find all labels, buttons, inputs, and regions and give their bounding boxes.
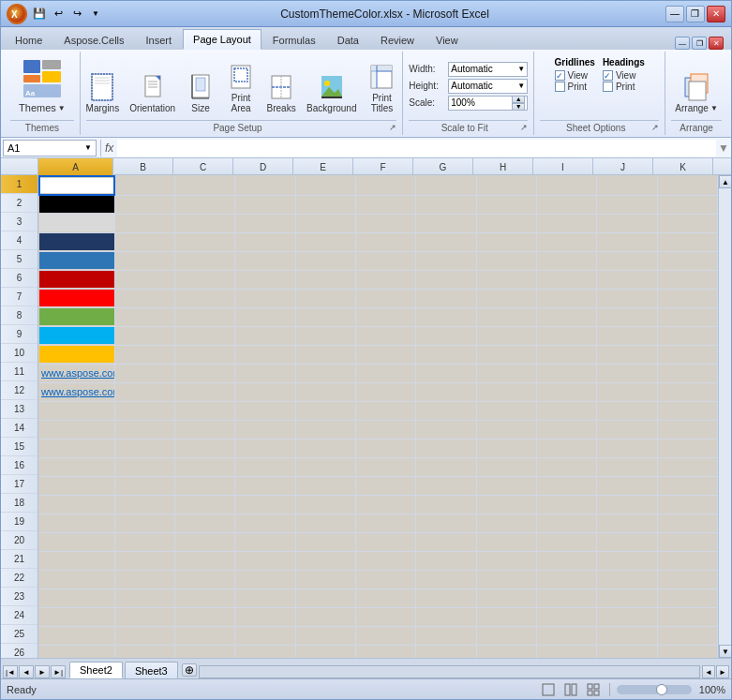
undo-quick-btn[interactable]: ↩ xyxy=(50,6,67,22)
cell-a2[interactable] xyxy=(39,195,114,214)
close-button[interactable]: ✕ xyxy=(707,6,725,22)
col-header-h[interactable]: H xyxy=(473,158,533,175)
cell-a7[interactable] xyxy=(39,289,114,307)
row-num-18[interactable]: 18 xyxy=(1,494,37,513)
zoom-handle[interactable] xyxy=(656,684,667,695)
cell-a5[interactable] xyxy=(39,251,114,270)
row-num-16[interactable]: 16 xyxy=(1,456,37,475)
maximize-button[interactable]: ❐ xyxy=(686,6,705,22)
cell-a10[interactable] xyxy=(39,345,114,364)
scroll-left-btn[interactable]: ◄ xyxy=(702,665,715,678)
tab-home[interactable]: Home xyxy=(5,29,52,50)
print-area-button[interactable]: PrintArea xyxy=(221,59,261,116)
page-break-view-btn[interactable] xyxy=(584,682,603,697)
row-num-7[interactable]: 7 xyxy=(1,288,37,306)
row-num-5[interactable]: 5 xyxy=(1,250,37,269)
scale-up-btn[interactable]: ▲ xyxy=(512,96,525,103)
gridlines-view-checkbox[interactable] xyxy=(555,70,565,81)
cell-i1[interactable] xyxy=(536,176,596,195)
sheet-nav-last[interactable]: ►| xyxy=(51,665,66,678)
col-header-a[interactable]: A xyxy=(38,158,113,175)
ribbon-close-inner[interactable]: ✕ xyxy=(709,37,724,50)
row-num-22[interactable]: 22 xyxy=(1,569,37,588)
page-setup-expand[interactable]: ↗ xyxy=(389,123,396,132)
cell-a3[interactable] xyxy=(39,214,114,232)
tab-page-layout[interactable]: Page Layout xyxy=(183,29,261,50)
link-a11[interactable]: www.aspose.com xyxy=(41,367,114,379)
row-num-23[interactable]: 23 xyxy=(1,588,37,606)
row-num-14[interactable]: 14 xyxy=(1,419,37,438)
row-num-1[interactable]: 1 xyxy=(1,175,37,194)
tab-data[interactable]: Data xyxy=(327,29,369,50)
col-header-c[interactable]: C xyxy=(173,158,233,175)
background-button[interactable]: Background xyxy=(302,69,361,116)
tab-view[interactable]: View xyxy=(426,29,469,50)
row-num-25[interactable]: 25 xyxy=(1,625,37,644)
normal-view-btn[interactable] xyxy=(539,682,558,697)
cell-a9[interactable] xyxy=(39,326,114,345)
tab-insert[interactable]: Insert xyxy=(136,29,183,50)
sheet-nav-prev[interactable]: ◄ xyxy=(19,665,34,678)
row-num-4[interactable]: 4 xyxy=(1,231,37,250)
headings-view-checkbox[interactable] xyxy=(603,70,613,81)
cell-a12[interactable]: www.aspose.com xyxy=(39,382,114,401)
row-num-11[interactable]: 11 xyxy=(1,363,37,381)
scroll-up-btn[interactable]: ▲ xyxy=(719,175,731,188)
scale-expand[interactable]: ↗ xyxy=(520,123,528,132)
col-header-i[interactable]: I xyxy=(533,158,593,175)
gridlines-print-checkbox[interactable] xyxy=(555,82,565,92)
cell-b2[interactable] xyxy=(114,195,174,214)
row-num-3[interactable]: 3 xyxy=(1,213,37,231)
headings-print-checkbox[interactable] xyxy=(603,82,613,92)
row-num-12[interactable]: 12 xyxy=(1,381,37,400)
col-header-e[interactable]: E xyxy=(293,158,353,175)
row-num-9[interactable]: 9 xyxy=(1,325,37,344)
scroll-down-btn[interactable]: ▼ xyxy=(719,645,731,658)
customize-quick-btn[interactable]: ▼ xyxy=(87,6,104,22)
scale-input[interactable]: 100% ▲ ▼ xyxy=(448,96,528,111)
tab-review[interactable]: Review xyxy=(370,29,425,50)
cell-g1[interactable] xyxy=(416,176,476,195)
margins-button[interactable]: Margins xyxy=(82,69,125,116)
row-num-10[interactable]: 10 xyxy=(1,344,37,363)
sheet-tab-sheet2[interactable]: Sheet2 xyxy=(69,662,123,678)
page-layout-view-btn[interactable] xyxy=(561,682,580,697)
orientation-button[interactable]: Orientation xyxy=(125,69,180,116)
cell-c1[interactable] xyxy=(175,176,235,195)
redo-quick-btn[interactable]: ↪ xyxy=(68,6,85,22)
scroll-track-v[interactable] xyxy=(719,188,731,645)
cell-d1[interactable] xyxy=(235,176,295,195)
size-button[interactable]: Size xyxy=(181,69,220,116)
breaks-button[interactable]: Breaks xyxy=(261,69,301,116)
width-select[interactable]: Automatic ▼ xyxy=(448,62,528,77)
cell-f1[interactable] xyxy=(356,176,416,195)
minimize-button[interactable]: — xyxy=(665,6,684,22)
cell-k1[interactable] xyxy=(657,176,717,195)
col-header-b[interactable]: B xyxy=(113,158,173,175)
col-header-d[interactable]: D xyxy=(233,158,293,175)
scroll-right-btn[interactable]: ► xyxy=(716,665,729,678)
row-num-24[interactable]: 24 xyxy=(1,606,37,625)
formula-expand[interactable]: ▼ xyxy=(718,141,729,155)
add-sheet-button[interactable]: ⊕ xyxy=(182,663,197,677)
cell-j1[interactable] xyxy=(597,176,657,195)
name-box[interactable]: A1 ▼ xyxy=(3,140,97,156)
sheet-tab-sheet3[interactable]: Sheet3 xyxy=(125,662,178,678)
tab-formulas[interactable]: Formulas xyxy=(262,29,326,50)
height-select[interactable]: Automatic ▼ xyxy=(448,79,528,94)
row-num-26[interactable]: 26 xyxy=(1,644,37,658)
row-num-13[interactable]: 13 xyxy=(1,400,37,419)
cell-a11[interactable]: www.aspose.com xyxy=(39,364,114,382)
zoom-slider[interactable] xyxy=(617,685,692,694)
cell-h1[interactable] xyxy=(476,176,536,195)
sheet-nav-first[interactable]: |◄ xyxy=(3,665,18,678)
row-num-8[interactable]: 8 xyxy=(1,306,37,325)
tab-aspose[interactable]: Aspose.Cells xyxy=(53,29,134,50)
scale-down-btn[interactable]: ▼ xyxy=(512,103,525,111)
row-num-19[interactable]: 19 xyxy=(1,513,37,531)
col-header-k[interactable]: K xyxy=(653,158,713,175)
cell-e1[interactable] xyxy=(295,176,355,195)
sheet-nav-next[interactable]: ► xyxy=(35,665,50,678)
link-a12[interactable]: www.aspose.com xyxy=(41,386,114,397)
sheet-options-expand[interactable]: ↗ xyxy=(651,123,659,132)
